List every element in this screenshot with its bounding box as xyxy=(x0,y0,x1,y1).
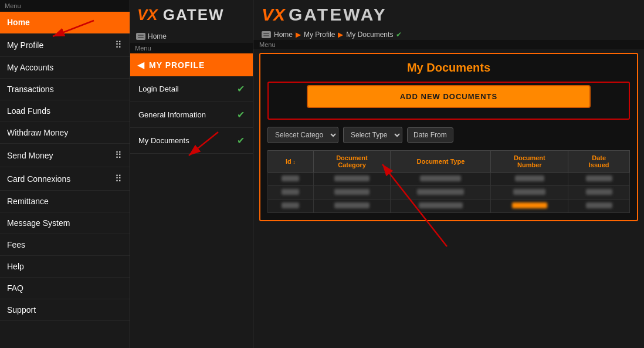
right-breadcrumb: Home ▶ My Profile ▶ My Documents ✔ xyxy=(253,29,644,40)
profile-header: ◀ MY PROFILE xyxy=(130,53,253,76)
right-panel: VX GATEWAY Home ▶ My Profile ▶ My Docume… xyxy=(253,0,644,348)
sidebar-withdraw-label: Withdraw Money xyxy=(7,128,68,137)
type-filter-select[interactable]: Select Type xyxy=(343,127,402,143)
blur-num-1 xyxy=(515,175,544,181)
breadcrumb-home-link[interactable]: Home xyxy=(148,32,167,40)
table-row xyxy=(268,173,630,186)
cell-cat-1 xyxy=(313,173,391,186)
cell-id-2 xyxy=(268,186,314,200)
cell-type-3 xyxy=(391,200,491,213)
cell-cat-3 xyxy=(313,200,391,213)
add-new-documents-button[interactable]: ADD NEW DOCUMENTS xyxy=(307,85,591,108)
sidebar-item-help[interactable]: Help xyxy=(0,256,130,278)
sidebar-item-transactions[interactable]: Transactions xyxy=(0,79,130,100)
sidebar-accounts-label: My Accounts xyxy=(7,63,53,72)
cell-id-1 xyxy=(268,173,314,186)
blur-cat-2 xyxy=(334,189,370,195)
right-breadcrumb-documents: My Documents xyxy=(346,31,393,39)
blur-cat-3 xyxy=(334,202,370,208)
sidebar-menu-label: Menu xyxy=(0,0,130,12)
sidebar-item-sendmoney[interactable]: Send Money ⠿ xyxy=(0,144,130,167)
middle-menu-label: Menu xyxy=(130,43,253,53)
cell-num-1 xyxy=(491,173,568,186)
sidebar-sendmoney-label: Send Money xyxy=(7,151,53,160)
right-breadcrumb-check: ✔ xyxy=(396,31,402,39)
blur-type-2 xyxy=(417,189,464,195)
sidebar-item-fees[interactable]: Fees xyxy=(0,234,130,256)
filters-row: Selecet Catego Select Type Date From xyxy=(267,127,630,143)
blur-num-2 xyxy=(513,189,545,195)
sidebar-item-messagesystem[interactable]: Message System xyxy=(0,212,130,234)
sidebar-fees-label: Fees xyxy=(7,240,25,249)
blur-type-1 xyxy=(420,175,461,181)
sidebar-item-cardconnexions[interactable]: Card Connexions ⠿ xyxy=(0,167,130,191)
cell-date-1 xyxy=(568,173,630,186)
right-content-area: My Documents ADD NEW DOCUMENTS Selecet C… xyxy=(259,53,638,221)
cell-num-2 xyxy=(491,186,568,200)
right-menu-label: Menu xyxy=(253,40,644,49)
sidebar-loadfunds-label: Load Funds xyxy=(7,106,50,116)
middle-logo-text: VX GATEW xyxy=(137,6,225,24)
profile-mydocuments-label: My Documents xyxy=(138,136,189,145)
sidebar-faq-label: FAQ xyxy=(7,283,23,293)
sidebar-remittance-label: Remittance xyxy=(7,197,49,206)
profile-menu-logindetail[interactable]: Login Detail ✔ xyxy=(130,76,253,102)
left-sidebar: Menu Home My Profile ⠿ My Accounts Trans… xyxy=(0,0,130,348)
profile-menu-mydocuments[interactable]: My Documents ✔ xyxy=(130,128,253,154)
cell-num-3 xyxy=(491,200,568,213)
profile-logindetail-check: ✔ xyxy=(237,83,245,94)
sidebar-support-label: Support xyxy=(7,305,36,315)
sidebar-item-remittance[interactable]: Remittance xyxy=(0,191,130,212)
profile-back-icon[interactable]: ◀ xyxy=(137,59,144,70)
profile-menu-generalinfo[interactable]: General Information ✔ xyxy=(130,102,253,128)
table-row xyxy=(268,200,630,213)
blur-id-3 xyxy=(282,202,299,208)
blur-id-1 xyxy=(282,175,299,181)
middle-logo: VX GATEW xyxy=(130,0,253,30)
sidebar-item-support[interactable]: Support xyxy=(0,299,130,321)
category-filter-select[interactable]: Selecet Catego xyxy=(267,127,338,143)
col-date-issued: DateIssued xyxy=(568,151,630,173)
sidebar-item-faq[interactable]: FAQ xyxy=(0,278,130,299)
profile-header-label: MY PROFILE xyxy=(149,60,205,70)
sidebar-messagesystem-label: Message System xyxy=(7,218,70,228)
table-header-row: Id DocumentCategory Document Type Docume… xyxy=(268,151,630,173)
middle-logo-gateway: GATEW xyxy=(163,6,225,24)
blur-date-1 xyxy=(586,175,612,181)
cell-date-3 xyxy=(568,200,630,213)
right-logo: VX GATEWAY xyxy=(253,0,644,29)
sidebar-cardconnexions-label: Card Connexions xyxy=(7,174,70,184)
sidebar-item-myprofile[interactable]: My Profile ⠿ xyxy=(0,33,130,57)
blur-date-3 xyxy=(586,202,612,208)
cell-type-1 xyxy=(391,173,491,186)
profile-logindetail-label: Login Detail xyxy=(138,85,179,93)
profile-generalinfo-check: ✔ xyxy=(237,109,245,120)
sidebar-myprofile-dots: ⠿ xyxy=(115,39,123,50)
profile-generalinfo-label: General Information xyxy=(138,110,206,119)
sidebar-item-loadfunds[interactable]: Load Funds xyxy=(0,100,130,122)
col-doc-category: DocumentCategory xyxy=(313,151,391,173)
cell-date-2 xyxy=(568,186,630,200)
sidebar-transactions-label: Transactions xyxy=(7,85,54,94)
blur-type-3 xyxy=(419,202,463,208)
date-from-input[interactable]: Date From xyxy=(407,127,453,143)
middle-logo-vx: VX xyxy=(137,6,158,24)
blur-id-2 xyxy=(282,189,299,195)
page-title: My Documents xyxy=(267,61,630,75)
sidebar-item-accounts[interactable]: My Accounts xyxy=(0,57,130,79)
right-breadcrumb-profile[interactable]: My Profile xyxy=(304,31,335,39)
sidebar-sendmoney-dots: ⠿ xyxy=(115,150,123,161)
blur-date-2 xyxy=(586,189,612,195)
cell-type-2 xyxy=(391,186,491,200)
sidebar-item-withdraw[interactable]: Withdraw Money xyxy=(0,122,130,144)
profile-mydocuments-check: ✔ xyxy=(237,135,245,146)
sidebar-item-home[interactable]: Home xyxy=(0,12,130,33)
table-row xyxy=(268,186,630,200)
right-breadcrumb-home[interactable]: Home xyxy=(274,31,293,39)
sidebar-help-label: Help xyxy=(7,262,24,271)
date-from-label: Date From xyxy=(413,131,447,139)
blur-cat-1 xyxy=(334,175,370,181)
middle-panel: VX GATEW Home Menu ◀ MY PROFILE Login De… xyxy=(130,0,253,348)
right-logo-vx: VX xyxy=(262,5,285,25)
col-id[interactable]: Id xyxy=(268,151,314,173)
